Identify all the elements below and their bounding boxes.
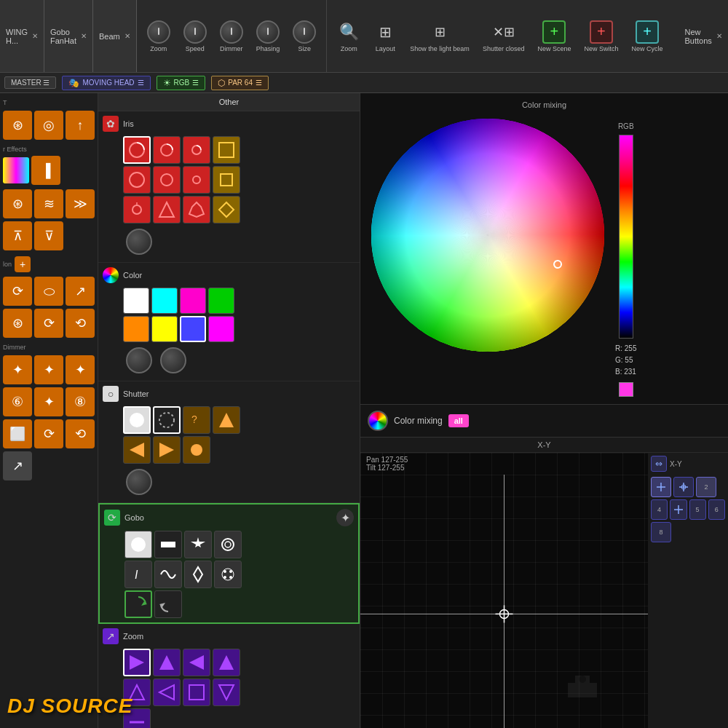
- shutter-3[interactable]: ?: [183, 406, 210, 434]
- tab-wing[interactable]: WING H... ✕: [0, 0, 44, 72]
- show-light-tool[interactable]: ⊞ Show the light beam: [405, 17, 474, 55]
- gobo-6[interactable]: [154, 561, 182, 588]
- iris-5[interactable]: [123, 166, 151, 194]
- color-knob-1[interactable]: [126, 347, 152, 373]
- close-new-buttons[interactable]: ✕: [716, 32, 722, 40]
- tab-new-buttons[interactable]: New Buttons ✕: [678, 0, 728, 72]
- fx-icon-3[interactable]: ↑: [66, 111, 95, 140]
- motion-icon-4[interactable]: ⊛: [3, 309, 32, 338]
- swatch-white[interactable]: [123, 288, 149, 314]
- fixture-par[interactable]: ⬡ PAR 64 ☰: [211, 76, 269, 90]
- gobo-4[interactable]: [214, 531, 242, 558]
- iris-4[interactable]: [213, 136, 240, 164]
- zoom-7[interactable]: [183, 678, 210, 706]
- shutter-full[interactable]: [123, 406, 151, 434]
- fx-icon-8[interactable]: ⊽: [34, 221, 63, 250]
- iris-2[interactable]: [153, 136, 181, 164]
- zoom-8[interactable]: [213, 678, 240, 706]
- dimmer2-knob[interactable]: [220, 20, 243, 44]
- dim-icon-3[interactable]: ✦: [66, 355, 95, 384]
- all-badge[interactable]: all: [448, 414, 469, 427]
- shutter-6[interactable]: [153, 436, 181, 464]
- xy-btn-3[interactable]: [670, 499, 687, 520]
- gobo-1[interactable]: [124, 531, 152, 558]
- fixture-rgb[interactable]: ☀ RGB ☰: [157, 76, 206, 90]
- size-knob-tool[interactable]: Size: [288, 17, 320, 55]
- fx-icon-7[interactable]: ⊼: [3, 221, 32, 250]
- dimmer2-knob-tool[interactable]: Dimmer: [215, 17, 248, 55]
- iris-9[interactable]: [123, 196, 151, 223]
- new-scene-tool[interactable]: + New Scene: [533, 17, 575, 55]
- phasing-knob[interactable]: [256, 20, 280, 44]
- color-wheel-canvas[interactable]: [368, 115, 608, 355]
- swatch-magenta[interactable]: [208, 316, 234, 342]
- zoom-1[interactable]: [123, 649, 151, 676]
- xy-btn-num-5[interactable]: 5: [689, 499, 706, 520]
- close-beam[interactable]: ✕: [124, 32, 130, 40]
- zoom-9[interactable]: [123, 708, 151, 728]
- shutter-4[interactable]: [213, 406, 240, 434]
- shutter-knob[interactable]: [126, 469, 152, 495]
- zoom-5[interactable]: [123, 678, 151, 706]
- xy-btn-1[interactable]: [651, 477, 671, 497]
- xy-btn-num-8[interactable]: 8: [651, 522, 671, 542]
- fx-icon-2[interactable]: ◎: [34, 111, 63, 140]
- iris-12[interactable]: [213, 196, 240, 223]
- color-wheel[interactable]: [368, 115, 608, 355]
- dim-icon-8[interactable]: ⟳: [34, 419, 63, 448]
- speed-knob[interactable]: [183, 20, 207, 44]
- dim-icon-10[interactable]: ↗: [3, 451, 32, 480]
- shutter-5[interactable]: [123, 436, 151, 464]
- motion-icon-1[interactable]: ⟳: [3, 277, 32, 306]
- new-cycle-tool[interactable]: + New Cycle: [627, 17, 667, 55]
- iris-11[interactable]: [183, 196, 210, 223]
- iris-1[interactable]: [123, 136, 151, 164]
- gobo-rot-2[interactable]: [154, 590, 182, 618]
- master-badge[interactable]: MASTER ☰: [4, 76, 56, 89]
- fx-bar[interactable]: ▐: [31, 156, 60, 185]
- zoom-2[interactable]: [153, 649, 181, 676]
- dim-icon-9[interactable]: ⟲: [66, 419, 95, 448]
- tab-beam[interactable]: Beam ✕: [93, 0, 137, 72]
- effects-gradient[interactable]: [3, 157, 29, 183]
- layout-tool[interactable]: ⊞ Layout: [369, 17, 401, 55]
- swatch-pink[interactable]: [180, 288, 206, 314]
- swatch-orange[interactable]: [123, 316, 149, 342]
- iris-10[interactable]: [153, 196, 181, 223]
- zoom-6[interactable]: [153, 678, 181, 706]
- iris-speed-knob[interactable]: [126, 229, 152, 255]
- xy-btn-num-2[interactable]: 2: [696, 477, 716, 497]
- dim-icon-5[interactable]: ✦: [34, 387, 63, 416]
- phasing-knob-tool[interactable]: Phasing: [252, 17, 285, 55]
- rgb-strip[interactable]: [619, 135, 633, 339]
- dimmer-knob[interactable]: [147, 20, 170, 44]
- speed-knob-tool[interactable]: Speed: [179, 17, 211, 55]
- swatch-green[interactable]: [208, 288, 234, 314]
- new-switch-tool[interactable]: + New Switch: [579, 17, 622, 55]
- motion-icon-3[interactable]: ↗: [66, 277, 95, 306]
- close-wing[interactable]: ✕: [32, 32, 38, 40]
- swatch-yellow[interactable]: [151, 316, 178, 342]
- dim-icon-6[interactable]: ⑧: [66, 387, 95, 416]
- xy-arrow-btn[interactable]: ⇔: [651, 456, 667, 472]
- iris-8[interactable]: [213, 166, 240, 194]
- xy-grid-area[interactable]: Pan 127-255 Tilt 127-255: [360, 453, 648, 728]
- color-knob-2[interactable]: [160, 347, 186, 373]
- dim-icon-7[interactable]: ⬜: [3, 419, 32, 448]
- xy-btn-num-4[interactable]: 4: [651, 499, 668, 520]
- iris-6[interactable]: [153, 166, 181, 194]
- fixture-moving-head[interactable]: 🎭 MOVING HEAD ☰: [62, 76, 150, 90]
- swatch-blue[interactable]: [180, 316, 206, 342]
- shutter-tool[interactable]: ✕⊞ Shutter closed: [478, 17, 529, 55]
- fx-icon-5[interactable]: ≋: [34, 189, 63, 218]
- dim-icon-1[interactable]: ✦: [3, 355, 32, 384]
- dimmer-knob-tool[interactable]: Zoom: [143, 17, 175, 55]
- gobo-8[interactable]: [214, 561, 242, 588]
- fx-icon-1[interactable]: ⊛: [3, 111, 32, 140]
- size-knob[interactable]: [293, 20, 316, 44]
- zoom-4[interactable]: [213, 649, 240, 676]
- fx-icon-6[interactable]: ≫: [66, 189, 95, 218]
- zoom-3[interactable]: [183, 649, 210, 676]
- gobo-7[interactable]: [184, 561, 212, 588]
- shutter-strobe[interactable]: [153, 406, 181, 434]
